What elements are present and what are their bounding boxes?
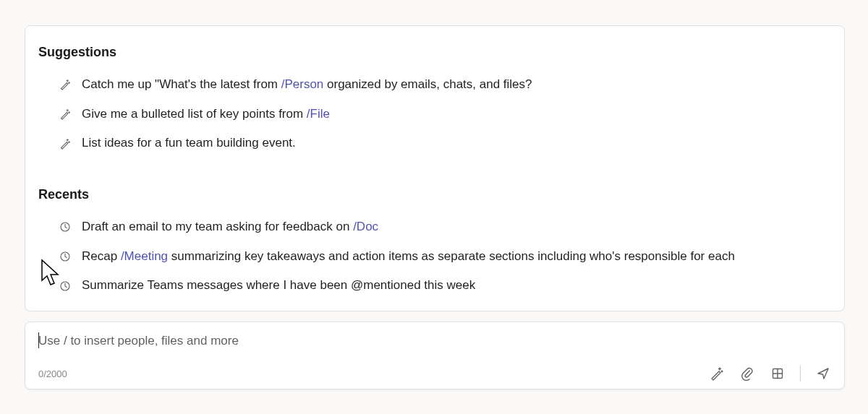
clock-icon — [59, 220, 72, 233]
send-icon[interactable] — [815, 366, 831, 381]
suggestions-heading: Suggestions — [38, 45, 827, 60]
recent-text: Recap /Meeting summarizing key takeaways… — [82, 248, 827, 266]
text-caret — [38, 332, 39, 348]
suggestion-item[interactable]: Catch me up "What's the latest from /Per… — [38, 70, 827, 100]
wand-icon[interactable] — [709, 366, 725, 381]
compose-actions — [709, 366, 831, 381]
suggestion-text: Give me a bulleted list of key points fr… — [82, 105, 827, 124]
clock-icon — [59, 280, 72, 293]
clock-icon — [59, 250, 72, 263]
suggestion-text: Catch me up "What's the latest from /Per… — [82, 76, 827, 94]
prompt-input[interactable] — [38, 334, 831, 348]
wand-icon — [59, 137, 72, 150]
recent-item[interactable]: Summarize Teams messages where I have be… — [38, 271, 827, 301]
wand-icon — [59, 108, 72, 121]
suggestions-section: Suggestions Catch me up "What's the late… — [38, 45, 827, 158]
suggestion-item[interactable]: Give me a bulleted list of key points fr… — [38, 100, 827, 129]
char-counter: 0/2000 — [38, 368, 67, 379]
suggestion-text: List ideas for a fun team building event… — [82, 134, 827, 152]
recent-text: Draft an email to my team asking for fee… — [82, 218, 827, 236]
suggestion-item[interactable]: List ideas for a fun team building event… — [38, 129, 827, 158]
apps-icon[interactable] — [770, 366, 786, 381]
attachment-icon[interactable] — [739, 366, 755, 381]
recents-heading: Recents — [38, 187, 827, 202]
compose-bottom-row: 0/2000 — [38, 366, 831, 381]
prompt-guide-panel: Suggestions Catch me up "What's the late… — [25, 25, 845, 311]
recent-text: Summarize Teams messages where I have be… — [82, 277, 827, 295]
wand-icon — [59, 78, 72, 91]
divider — [800, 366, 801, 381]
compose-box: 0/2000 — [25, 322, 845, 389]
recents-section: Recents Draft an email to my team asking… — [38, 187, 827, 301]
recent-item[interactable]: Draft an email to my team asking for fee… — [38, 212, 827, 242]
recent-item[interactable]: Recap /Meeting summarizing key takeaways… — [38, 242, 827, 272]
